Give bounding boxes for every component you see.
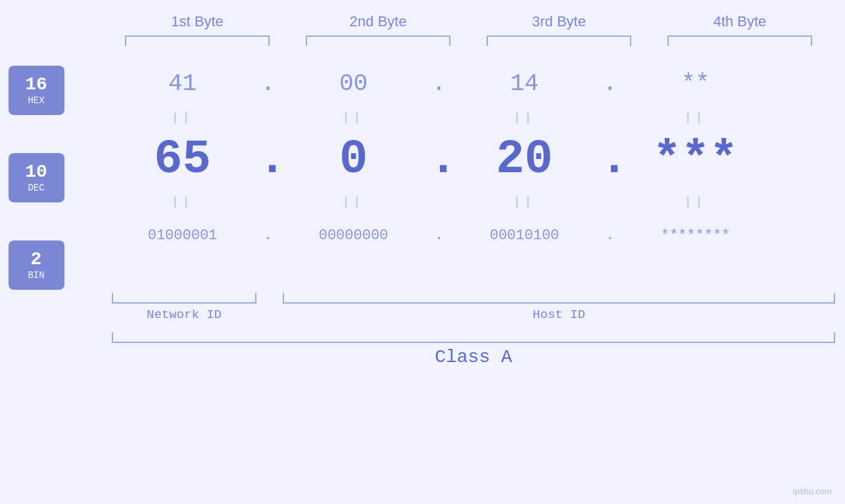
bin-b4-value: ********	[661, 227, 731, 244]
badges-column: 16 HEX 10 DEC 2 BIN	[9, 66, 64, 290]
bin-b3: 00010100	[452, 227, 597, 244]
class-label: Class A	[435, 347, 512, 367]
id-labels: Network ID Host ID	[112, 308, 835, 322]
dec-badge: 10 DEC	[9, 153, 64, 202]
watermark: ipshu.com	[793, 486, 832, 496]
bin-b2: 00000000	[281, 227, 426, 244]
dec-number: 10	[25, 162, 47, 183]
bracket-byte1	[125, 35, 270, 46]
hex-b4: **	[623, 70, 768, 97]
bin-b1-value: 01000001	[148, 227, 218, 244]
dec-dot2: .	[426, 133, 452, 187]
dec-b2: 0	[281, 133, 426, 187]
dec-b4: ***	[623, 133, 768, 187]
hex-badge: 16 HEX	[9, 66, 64, 115]
eq1-b3: ||	[452, 111, 597, 124]
dec-b1: 65	[110, 133, 255, 187]
dec-dot1: .	[255, 133, 281, 187]
bracket-byte4	[667, 35, 812, 46]
bracket-byte3	[487, 35, 631, 46]
bin-dot3: .	[597, 227, 623, 244]
bin-dot1: .	[255, 227, 281, 244]
bin-b4: ********	[623, 227, 768, 244]
hex-b1-value: 41	[168, 70, 197, 97]
hex-dot3: .	[597, 70, 623, 97]
hex-b1: 41	[110, 70, 255, 97]
network-id-label: Network ID	[112, 308, 256, 322]
eq2-b1: ||	[110, 195, 255, 208]
dec-dot3: .	[597, 133, 623, 187]
byte2-header: 2nd Byte	[299, 13, 457, 30]
hex-b3-value: 14	[510, 70, 539, 97]
hex-b3: 14	[452, 70, 597, 97]
network-bracket	[112, 293, 256, 304]
byte3-header: 3rd Byte	[480, 13, 638, 30]
eq1-b4: ||	[623, 111, 768, 124]
eq2-b3: ||	[452, 195, 597, 208]
bracket-byte2	[306, 35, 450, 46]
hex-dot2: .	[426, 70, 452, 97]
top-brackets	[107, 35, 831, 46]
hex-b2-value: 00	[339, 70, 368, 97]
eq1-b1: ||	[110, 111, 255, 124]
host-bracket	[283, 293, 835, 304]
hex-number: 16	[25, 75, 47, 95]
class-bracket-row	[112, 332, 835, 343]
host-id-label: Host ID	[283, 308, 835, 322]
byte1-header: 1st Byte	[118, 13, 276, 30]
dec-b1-value: 65	[154, 133, 210, 187]
bottom-brackets	[112, 293, 835, 304]
class-label-row: Class A	[112, 347, 835, 367]
bin-b2-value: 00000000	[319, 227, 389, 244]
hex-label: HEX	[28, 95, 44, 106]
dec-b4-value: ***	[653, 133, 738, 187]
eq2-b4: ||	[623, 195, 768, 208]
hex-b2: 00	[281, 70, 426, 97]
dec-label: DEC	[28, 183, 44, 193]
byte4-header: 4th Byte	[661, 13, 819, 30]
hex-dot1: .	[255, 70, 281, 97]
bin-number: 2	[31, 250, 42, 270]
class-bracket	[112, 332, 835, 343]
bin-b1: 01000001	[110, 227, 255, 244]
bin-label: BIN	[28, 270, 44, 281]
hex-b4-value: **	[681, 70, 710, 97]
dec-b3-value: 20	[496, 133, 552, 187]
bin-badge: 2 BIN	[9, 241, 64, 290]
eq2-b2: ||	[281, 195, 426, 208]
byte-headers: 1st Byte 2nd Byte 3rd Byte 4th Byte	[107, 13, 831, 30]
bin-b3-value: 00010100	[490, 227, 560, 244]
bin-dot2: .	[426, 227, 452, 244]
dec-b2-value: 0	[339, 133, 368, 187]
dec-b3: 20	[452, 133, 597, 187]
eq1-b2: ||	[281, 111, 426, 124]
